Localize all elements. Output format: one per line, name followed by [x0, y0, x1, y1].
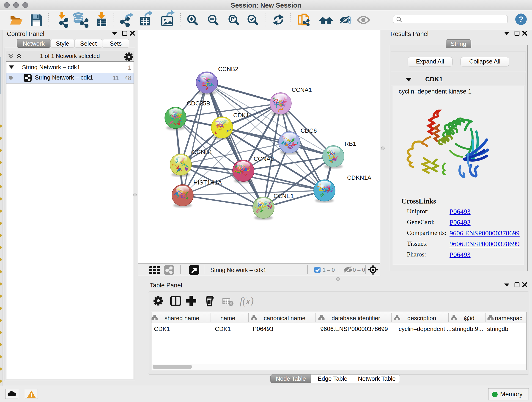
svg-text:CCNA1: CCNA1 — [292, 86, 312, 93]
svg-text:0 – 0: 0 – 0 — [353, 267, 365, 273]
svg-text:?: ? — [519, 15, 524, 23]
svg-text:HIST1H1A: HIST1H1A — [193, 179, 222, 186]
svg-text:name: name — [220, 315, 235, 322]
svg-text:String Network – cdk1: String Network – cdk1 — [210, 267, 266, 273]
svg-text:CCNA2: CCNA2 — [254, 155, 274, 162]
svg-text:CDKN1A: CDKN1A — [347, 174, 371, 181]
svg-text:RB1: RB1 — [345, 140, 356, 147]
svg-text:f(x): f(x) — [240, 295, 254, 307]
svg-text:canonical name: canonical name — [264, 315, 305, 322]
svg-text:CDC6: CDC6 — [301, 127, 317, 134]
svg-text:@id: @id — [464, 315, 475, 322]
svg-text:CDK1: CDK1 — [233, 112, 249, 119]
svg-text:shared name: shared name — [165, 315, 199, 322]
svg-text:CDC25B: CDC25B — [187, 100, 210, 107]
svg-text:1 – 0: 1 – 0 — [323, 267, 335, 273]
svg-text:CCNB1: CCNB1 — [192, 148, 212, 155]
svg-text:description: description — [407, 315, 436, 322]
svg-text:CCNE1: CCNE1 — [273, 192, 294, 199]
svg-text:namespac: namespac — [495, 315, 522, 322]
svg-text:database identifier: database identifier — [331, 315, 380, 322]
svg-text:CCNB2: CCNB2 — [218, 65, 238, 72]
